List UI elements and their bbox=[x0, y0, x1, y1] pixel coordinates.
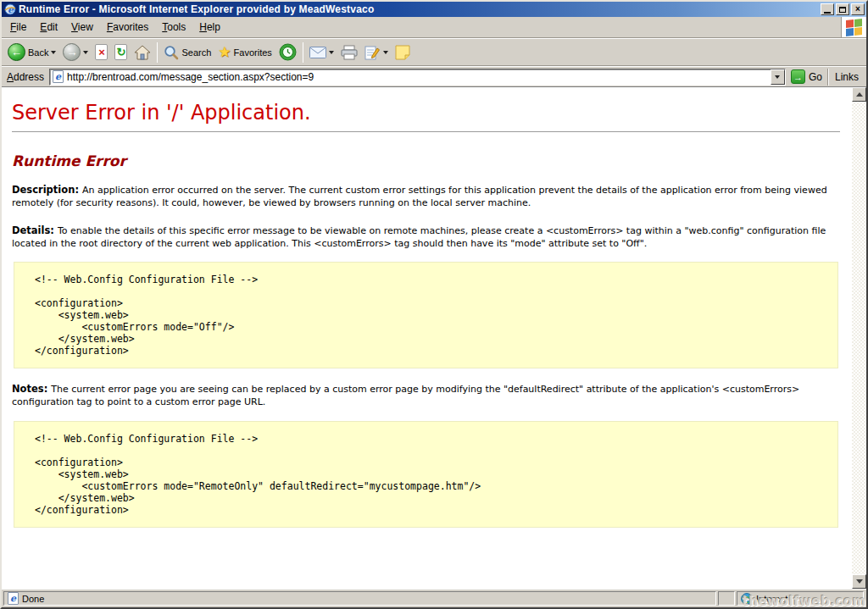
forward-dropdown-icon[interactable] bbox=[83, 51, 88, 54]
edit-icon bbox=[364, 45, 381, 60]
print-icon bbox=[341, 45, 358, 60]
menu-bar: File Edit View Favorites Tools Help bbox=[2, 17, 866, 38]
edit-button[interactable] bbox=[361, 43, 392, 62]
home-icon bbox=[134, 45, 151, 60]
code-block-custom-errors-off: <!-- Web.Config Configuration File --> <… bbox=[14, 262, 838, 368]
back-label: Back bbox=[28, 47, 48, 58]
address-url[interactable]: http://brentroad.com/message_section.asp… bbox=[64, 71, 771, 83]
vertical-scrollbar[interactable] bbox=[852, 87, 866, 589]
toolbar-separator bbox=[157, 42, 158, 63]
toolbar-separator bbox=[303, 42, 303, 63]
home-button[interactable] bbox=[131, 43, 154, 62]
scroll-down-button[interactable] bbox=[852, 574, 866, 589]
minimize-button[interactable] bbox=[821, 3, 834, 15]
page-title: Server Error in '/' Application. bbox=[12, 101, 840, 125]
arrow-up-icon bbox=[856, 92, 863, 97]
mail-dropdown-icon[interactable] bbox=[329, 51, 334, 54]
menu-help[interactable]: Help bbox=[192, 19, 227, 35]
menu-items: File Edit View Favorites Tools Help bbox=[2, 17, 841, 37]
description-label: Description: bbox=[12, 184, 79, 196]
links-bar[interactable]: Links bbox=[827, 69, 864, 86]
restore-button[interactable] bbox=[836, 3, 849, 15]
forward-icon: → bbox=[63, 43, 81, 61]
status-panel: Done bbox=[3, 591, 716, 606]
restore-icon bbox=[839, 7, 846, 13]
back-icon: ← bbox=[8, 43, 25, 61]
links-label: Links bbox=[835, 71, 859, 83]
description-text: An application error occurred on the ser… bbox=[12, 185, 827, 208]
search-button[interactable]: Search bbox=[160, 43, 214, 62]
window-title: Runtime Error - Microsoft Internet Explo… bbox=[19, 3, 819, 15]
document-status-icon bbox=[8, 592, 19, 605]
error-page: Server Error in '/' Application. Runtime… bbox=[2, 87, 852, 589]
notes-label: Notes: bbox=[12, 383, 47, 395]
progress-panel bbox=[718, 591, 735, 606]
status-bar: Done Internet bbox=[2, 589, 866, 607]
address-bar: Address http://brentroad.com/message_sec… bbox=[2, 66, 866, 86]
edit-dropdown-icon[interactable] bbox=[383, 51, 388, 54]
browser-viewport: Server Error in '/' Application. Runtime… bbox=[2, 86, 866, 589]
description-paragraph: Description:An application error occurre… bbox=[12, 184, 840, 210]
notes-text: The current error page you are seeing ca… bbox=[12, 384, 799, 407]
go-label: Go bbox=[809, 71, 822, 83]
address-input[interactable]: http://brentroad.com/message_section.asp… bbox=[49, 69, 786, 86]
windows-flag-icon bbox=[846, 19, 862, 36]
notes-paragraph: Notes:The current error page you are see… bbox=[12, 383, 840, 409]
svg-text:e: e bbox=[8, 4, 14, 15]
sticky-note-icon bbox=[395, 45, 410, 60]
chevron-down-icon bbox=[775, 75, 780, 79]
minimize-icon bbox=[824, 12, 831, 14]
history-button[interactable] bbox=[275, 42, 300, 63]
status-text: Done bbox=[22, 594, 44, 604]
print-button[interactable] bbox=[337, 43, 361, 62]
stop-button[interactable]: × bbox=[92, 42, 111, 62]
favorites-label: Favorites bbox=[234, 47, 272, 58]
code-block-default-redirect: <!-- Web.Config Configuration File --> <… bbox=[14, 421, 838, 528]
back-dropdown-icon[interactable] bbox=[51, 51, 56, 54]
stop-icon: × bbox=[95, 44, 108, 60]
address-label: Address bbox=[7, 71, 44, 83]
search-icon bbox=[164, 45, 179, 60]
mail-icon bbox=[309, 47, 326, 58]
arrow-down-icon bbox=[856, 579, 863, 584]
close-icon: × bbox=[855, 5, 860, 14]
menu-tools[interactable]: Tools bbox=[155, 19, 192, 35]
favorites-star-icon: ★ bbox=[218, 45, 231, 59]
watermark: thewolfweb.com bbox=[743, 594, 866, 609]
notes-button[interactable] bbox=[392, 43, 414, 62]
refresh-button[interactable]: ↻ bbox=[111, 42, 131, 62]
error-subtitle: Runtime Error bbox=[12, 152, 840, 169]
address-dropdown-button[interactable] bbox=[771, 69, 785, 85]
go-button[interactable]: → Go bbox=[786, 69, 827, 85]
details-label: Details: bbox=[12, 224, 54, 236]
toolbar: ← Back → × ↻ Search ★ Favorites bbox=[2, 38, 866, 66]
title-divider bbox=[12, 131, 840, 132]
go-arrow-icon: → bbox=[791, 69, 805, 84]
menu-file[interactable]: File bbox=[3, 19, 33, 35]
search-label: Search bbox=[181, 47, 211, 58]
history-icon bbox=[279, 43, 297, 61]
back-button[interactable]: ← Back bbox=[4, 42, 59, 63]
scrollbar-track[interactable] bbox=[852, 102, 866, 574]
title-bar[interactable]: e Runtime Error - Microsoft Internet Exp… bbox=[2, 2, 866, 17]
details-paragraph: Details:To enable the details of this sp… bbox=[12, 224, 840, 251]
windows-logo-box bbox=[841, 17, 866, 37]
forward-button[interactable]: → bbox=[59, 42, 92, 63]
menu-favorites[interactable]: Favorites bbox=[100, 19, 155, 35]
refresh-icon: ↻ bbox=[114, 44, 127, 60]
ie-app-icon: e bbox=[4, 3, 16, 15]
close-button[interactable]: × bbox=[851, 3, 865, 15]
details-text: To enable the details of this specific e… bbox=[12, 225, 826, 249]
menu-edit[interactable]: Edit bbox=[33, 19, 64, 35]
page-favicon-icon bbox=[53, 70, 64, 83]
favorites-button[interactable]: ★ Favorites bbox=[214, 43, 275, 61]
mail-button[interactable] bbox=[306, 45, 337, 60]
browser-window: e Runtime Error - Microsoft Internet Exp… bbox=[0, 0, 868, 609]
scroll-up-button[interactable] bbox=[852, 87, 866, 102]
menu-view[interactable]: View bbox=[64, 19, 100, 35]
